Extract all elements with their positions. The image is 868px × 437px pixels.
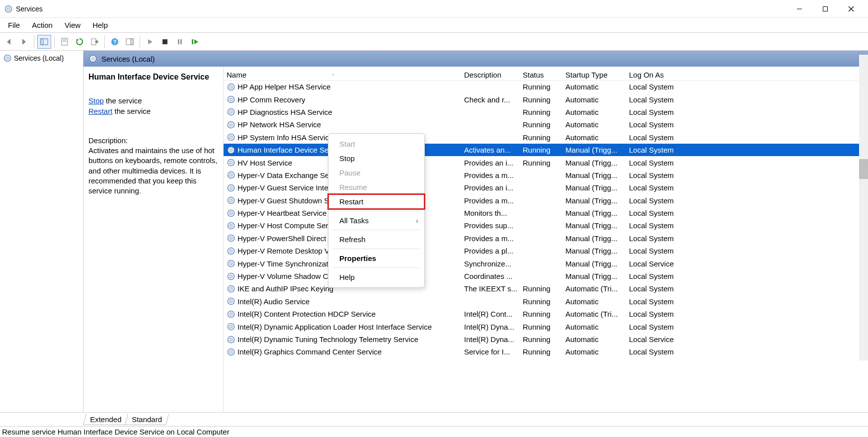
service-status: Running bbox=[520, 310, 562, 318]
column-header-description[interactable]: Description bbox=[461, 71, 520, 79]
service-logon: Local System bbox=[626, 83, 706, 91]
tree-node-label: Services (Local) bbox=[14, 54, 64, 62]
context-menu-item-all-tasks[interactable]: All Tasks bbox=[328, 213, 424, 228]
gear-icon bbox=[227, 171, 236, 179]
service-row[interactable]: HP Diagnostics HSA ServiceRunningAutomat… bbox=[224, 106, 868, 118]
service-name: Intel(R) Dynamic Tuning Technology Telem… bbox=[237, 335, 418, 344]
service-row[interactable]: HV Host ServiceProvides an i...RunningMa… bbox=[224, 156, 868, 169]
service-row[interactable]: Hyper-V Heartbeat ServiceMonitors th...M… bbox=[224, 207, 868, 219]
context-menu-item-restart[interactable]: Restart bbox=[328, 194, 424, 209]
service-description: Activates an... bbox=[461, 146, 520, 154]
column-header-startup[interactable]: Startup Type bbox=[562, 71, 626, 79]
tree-node-services-local[interactable]: Services (Local) bbox=[0, 53, 83, 64]
service-row[interactable]: Hyper-V Remote Desktop VProvides a pl...… bbox=[224, 245, 868, 257]
close-button[interactable] bbox=[838, 0, 864, 17]
tab-extended[interactable]: Extended bbox=[83, 414, 128, 425]
service-logon: Local System bbox=[626, 297, 706, 306]
back-button[interactable] bbox=[2, 35, 16, 49]
restart-service-link[interactable]: Restart bbox=[88, 107, 112, 115]
service-startup: Manual (Trigg... bbox=[562, 234, 626, 243]
menu-help[interactable]: Help bbox=[86, 19, 114, 31]
service-status: Running bbox=[520, 159, 562, 167]
column-header-logon[interactable]: Log On As bbox=[626, 71, 706, 79]
svg-rect-19 bbox=[192, 39, 193, 44]
service-row[interactable]: Intel(R) Content Protection HDCP Service… bbox=[224, 308, 868, 320]
service-row[interactable]: IKE and AuthIP IPsec KeyingThe IKEEXT s.… bbox=[224, 282, 868, 295]
service-name: Intel(R) Audio Service bbox=[237, 297, 310, 306]
menu-action[interactable]: Action bbox=[26, 19, 59, 31]
maximize-button[interactable] bbox=[812, 0, 838, 17]
action-pane-button[interactable] bbox=[123, 35, 137, 49]
menu-file[interactable]: File bbox=[2, 19, 26, 31]
service-status: Running bbox=[520, 83, 562, 91]
service-name: HP App Helper HSA Service bbox=[237, 83, 330, 91]
start-service-button[interactable] bbox=[143, 35, 157, 49]
context-menu-item-stop[interactable]: Stop bbox=[328, 151, 424, 166]
service-name: Hyper-V Guest Service Inte bbox=[237, 183, 328, 192]
service-startup: Manual (Trigg... bbox=[562, 272, 626, 280]
svg-rect-15 bbox=[131, 39, 133, 45]
service-row[interactable]: Intel(R) Dynamic Tuning Technology Telem… bbox=[224, 333, 868, 346]
stop-service-button[interactable] bbox=[158, 35, 172, 49]
service-logon: Local System bbox=[626, 348, 706, 356]
service-startup: Manual (Trigg... bbox=[562, 209, 626, 217]
service-row[interactable]: Intel(R) Audio ServiceRunningAutomaticLo… bbox=[224, 295, 868, 308]
context-menu-item-refresh[interactable]: Refresh bbox=[328, 232, 424, 247]
svg-point-21 bbox=[6, 57, 9, 60]
context-menu-item-resume: Resume bbox=[328, 180, 424, 194]
service-row[interactable]: Human Interface Device SeActivates an...… bbox=[224, 144, 868, 156]
svg-point-33 bbox=[230, 136, 233, 139]
stop-service-link[interactable]: Stop bbox=[88, 96, 104, 105]
service-row[interactable]: Hyper-V Host Compute SerProvides sup...M… bbox=[224, 219, 868, 232]
service-startup: Automatic bbox=[562, 335, 626, 344]
forward-button[interactable] bbox=[17, 35, 31, 49]
context-menu-item-properties[interactable]: Properties bbox=[328, 251, 424, 265]
refresh-button[interactable] bbox=[73, 35, 86, 49]
properties-button[interactable] bbox=[58, 35, 72, 49]
context-menu-item-help[interactable]: Help bbox=[328, 270, 424, 284]
service-row[interactable]: Hyper-V Volume Shadow CCoordinates ...Ma… bbox=[224, 270, 868, 282]
service-name: HV Host Service bbox=[237, 159, 292, 167]
tab-standard[interactable]: Standard bbox=[125, 414, 169, 425]
minimize-button[interactable] bbox=[787, 0, 812, 17]
service-row[interactable]: HP Comm RecoveryCheck and r...RunningAut… bbox=[224, 93, 868, 105]
service-startup: Automatic bbox=[562, 297, 626, 306]
service-description: Provides a m... bbox=[461, 196, 520, 205]
service-row[interactable]: HP System Info HSA ServiceRunningAutomat… bbox=[224, 131, 868, 144]
service-row[interactable]: Hyper-V Guest Shutdown SProvides a m...M… bbox=[224, 194, 868, 207]
service-name: Hyper-V Data Exchange Ser bbox=[237, 171, 331, 179]
service-row[interactable]: Hyper-V Guest Service InteProvides an i.… bbox=[224, 181, 868, 194]
service-row[interactable]: HP Network HSA ServiceRunningAutomaticLo… bbox=[224, 118, 868, 131]
service-row[interactable]: Intel(R) Dynamic Application Loader Host… bbox=[224, 320, 868, 333]
service-row[interactable]: Hyper-V Time SynchronizatSynchronize...M… bbox=[224, 257, 868, 269]
vertical-scrollbar[interactable] bbox=[859, 55, 868, 360]
svg-point-51 bbox=[230, 250, 233, 253]
service-startup: Automatic bbox=[562, 348, 626, 356]
show-hide-tree-button[interactable] bbox=[37, 35, 51, 49]
svg-point-37 bbox=[230, 162, 233, 164]
export-button[interactable] bbox=[87, 35, 101, 49]
service-description: Service for I... bbox=[461, 348, 520, 356]
context-menu-item-pause: Pause bbox=[328, 166, 424, 180]
help-button[interactable]: ? bbox=[108, 35, 122, 49]
service-row[interactable]: Hyper-V PowerShell DirectProvides a m...… bbox=[224, 232, 868, 245]
service-row[interactable]: Hyper-V Data Exchange SerProvides a m...… bbox=[224, 169, 868, 181]
description-label: Description: bbox=[88, 136, 218, 145]
service-description: Monitors th... bbox=[461, 209, 520, 217]
svg-rect-8 bbox=[62, 38, 68, 45]
service-logon: Local System bbox=[626, 108, 706, 116]
menu-view[interactable]: View bbox=[59, 19, 86, 31]
service-name: Hyper-V Time Synchronizat bbox=[237, 260, 328, 268]
service-startup: Automatic bbox=[562, 95, 626, 104]
service-row[interactable]: Intel(R) Graphics Command Center Service… bbox=[224, 346, 868, 358]
pause-service-button[interactable] bbox=[173, 35, 187, 49]
column-header-status[interactable]: Status bbox=[520, 71, 562, 79]
svg-point-1 bbox=[7, 7, 10, 10]
service-description: Provides an i... bbox=[461, 183, 520, 192]
column-header-name[interactable]: Name⌃ bbox=[224, 71, 461, 79]
scrollbar-thumb[interactable] bbox=[859, 159, 868, 179]
restart-service-button[interactable] bbox=[188, 35, 202, 49]
service-status: Running bbox=[520, 108, 562, 116]
service-row[interactable]: HP App Helper HSA ServiceRunningAutomati… bbox=[224, 81, 868, 93]
service-status: Running bbox=[520, 146, 562, 154]
